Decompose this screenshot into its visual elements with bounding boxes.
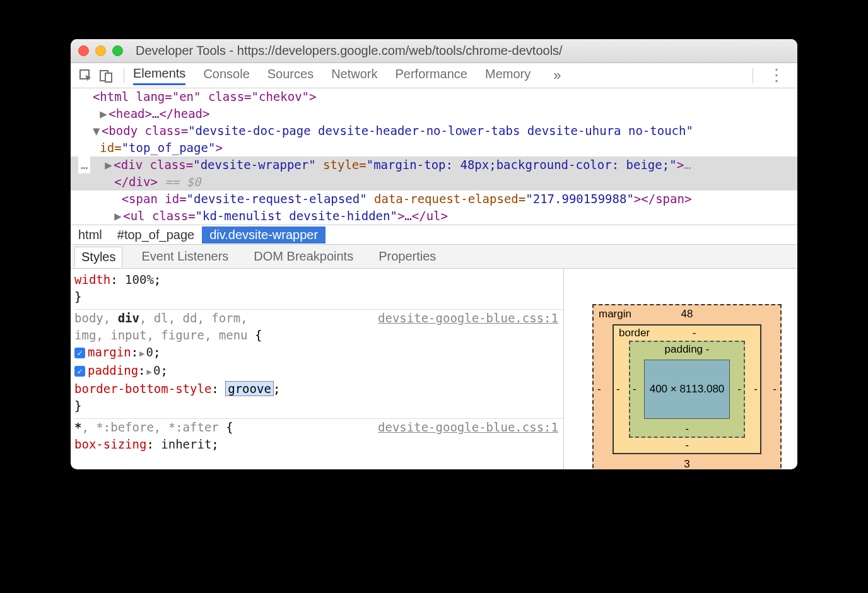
tab-network[interactable]: Network (331, 67, 377, 84)
subtab-styles[interactable]: Styles (74, 247, 122, 267)
box-model-margin[interactable]: margin 48 - - 3 border - - - - padding -… (592, 304, 782, 469)
device-toggle-icon[interactable] (97, 67, 115, 85)
box-model[interactable]: margin 48 - - 3 border - - - - padding -… (564, 269, 797, 469)
css-rule[interactable]: devsite-google-blue.css:1 *, *:before, *… (74, 419, 563, 453)
dom-node[interactable]: ▶<ul class="kd-menulist devsite-hidden">… (71, 208, 797, 225)
tab-console[interactable]: Console (203, 67, 249, 84)
toolbar-separator (753, 68, 753, 83)
box-model-content[interactable]: 400 × 8113.080 (644, 360, 730, 419)
styles-container: width: 100%; } devsite-google-blue.css:1… (71, 269, 797, 469)
breadcrumb-item[interactable]: #top_of_page (110, 226, 202, 244)
more-menu-icon[interactable]: ⋮ (768, 66, 785, 85)
main-tabs: Elements Console Sources Network Perform… (133, 66, 744, 85)
expand-icon[interactable]: ▶ (114, 208, 123, 225)
checkbox-icon[interactable]: ✓ (74, 348, 85, 358)
dom-node[interactable]: ▼<body class="devsite-doc-page devsite-h… (71, 122, 797, 156)
expand-icon[interactable]: ▶ (105, 156, 114, 173)
tab-sources[interactable]: Sources (267, 67, 314, 84)
expand-icon[interactable]: ▶ (147, 363, 152, 380)
breadcrumb: html #top_of_page div.devsite-wrapper (71, 225, 797, 245)
tab-performance[interactable]: Performance (396, 67, 468, 84)
expand-icon[interactable]: ▶ (100, 105, 108, 122)
expand-icon[interactable]: ▶ (139, 345, 144, 362)
ellipsis-icon[interactable]: … (78, 156, 90, 173)
devtools-window: Developer Tools - https://developers.goo… (71, 39, 797, 469)
css-source-link[interactable]: devsite-google-blue.css:1 (378, 310, 563, 327)
subtab-dom-breakpoints[interactable]: DOM Breakpoints (247, 247, 360, 266)
main-toolbar: Elements Console Sources Network Perform… (71, 63, 797, 88)
elements-tree[interactable]: <html lang="en" class="chekov"> ▶<head>…… (71, 88, 797, 225)
styles-subtabs: Styles Event Listeners DOM Breakpoints P… (71, 245, 797, 269)
box-model-border[interactable]: border - - - - padding - - - - 400 × 811… (613, 324, 761, 454)
maximize-icon[interactable] (112, 45, 123, 56)
tab-memory[interactable]: Memory (485, 67, 531, 84)
collapse-icon[interactable]: ▼ (93, 122, 102, 139)
css-source-link[interactable]: devsite-google-blue.css:1 (378, 419, 563, 436)
dom-node-selected[interactable]: … ▶<div class="devsite-wrapper" style="m… (71, 156, 797, 191)
breadcrumb-item-selected[interactable]: div.devsite-wrapper (202, 226, 326, 244)
dom-node[interactable]: <span id="devsite-request-elapsed" data-… (71, 191, 797, 208)
tabs-overflow-icon[interactable]: » (553, 68, 561, 84)
close-icon[interactable] (78, 45, 89, 56)
titlebar: Developer Tools - https://developers.goo… (71, 39, 797, 63)
subtab-properties[interactable]: Properties (372, 247, 442, 266)
css-rule[interactable]: width: 100%; } (74, 271, 563, 305)
box-model-padding[interactable]: padding - - - - 400 × 8113.080 (629, 341, 745, 438)
dom-node[interactable]: ▶<head>…</head> (71, 105, 797, 122)
inspect-element-icon[interactable] (77, 67, 95, 85)
svg-rect-2 (105, 73, 112, 82)
minimize-icon[interactable] (95, 45, 106, 56)
window-title: Developer Tools - https://developers.goo… (136, 44, 563, 58)
css-rule[interactable]: devsite-google-blue.css:1 body, div, dl,… (74, 310, 563, 414)
dom-node[interactable]: <html lang="en" class="chekov"> (71, 88, 797, 105)
checkbox-icon[interactable]: ✓ (74, 366, 85, 377)
tab-elements[interactable]: Elements (133, 66, 185, 85)
toolbar-separator (124, 68, 124, 83)
dom-text (78, 141, 93, 155)
subtab-event-listeners[interactable]: Event Listeners (135, 247, 235, 266)
breadcrumb-item[interactable]: html (71, 226, 110, 244)
css-value-editing[interactable]: groove (226, 382, 273, 396)
styles-pane[interactable]: width: 100%; } devsite-google-blue.css:1… (71, 269, 564, 469)
